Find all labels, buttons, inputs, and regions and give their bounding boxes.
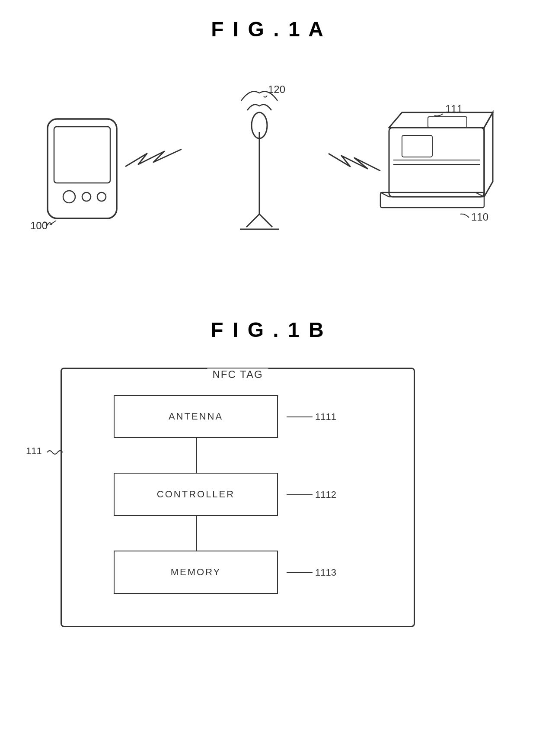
fig1b-title: F I G . 1 B	[0, 301, 536, 342]
fig1a-section: F I G . 1 A 100	[0, 0, 536, 301]
controller-ref-label: 1112	[287, 489, 336, 500]
fig1a-svg: 100 120	[0, 50, 536, 301]
fig1a-diagram: 100 120	[0, 50, 536, 301]
fig1b-diagram: NFC TAG ANTENNA CONTROLLER MEMORY	[0, 350, 536, 653]
svg-rect-16	[380, 192, 484, 208]
svg-rect-19	[402, 135, 432, 157]
nfc-tag-outer-box: NFC TAG ANTENNA CONTROLLER MEMORY	[61, 368, 415, 627]
line-controller-memory	[196, 516, 197, 551]
svg-rect-13	[389, 128, 484, 197]
svg-point-3	[82, 192, 91, 201]
svg-text:110: 110	[471, 211, 488, 223]
svg-point-2	[63, 191, 75, 203]
svg-text:111: 111	[445, 103, 463, 115]
page: F I G . 1 A 100	[0, 0, 536, 756]
fig1a-title: F I G . 1 A	[0, 0, 536, 41]
svg-rect-1	[54, 127, 110, 183]
nfc-tag-ref-label: 111	[26, 445, 64, 457]
antenna-block: ANTENNA	[114, 395, 278, 438]
svg-text:120: 120	[268, 83, 285, 95]
line-antenna-controller	[196, 438, 197, 473]
svg-rect-0	[48, 119, 117, 218]
memory-block: MEMORY	[114, 551, 278, 594]
svg-line-10	[259, 214, 272, 227]
nfc-tag-label: NFC TAG	[207, 368, 268, 381]
svg-line-9	[246, 214, 259, 227]
svg-text:100: 100	[30, 220, 48, 231]
fig1b-section: F I G . 1 B NFC TAG ANTENNA CONTROLLER	[0, 301, 536, 653]
memory-ref-label: 1113	[287, 567, 336, 578]
svg-point-4	[97, 192, 106, 201]
svg-rect-15	[428, 117, 467, 128]
antenna-ref-label: 1111	[287, 411, 336, 423]
controller-block: CONTROLLER	[114, 473, 278, 516]
